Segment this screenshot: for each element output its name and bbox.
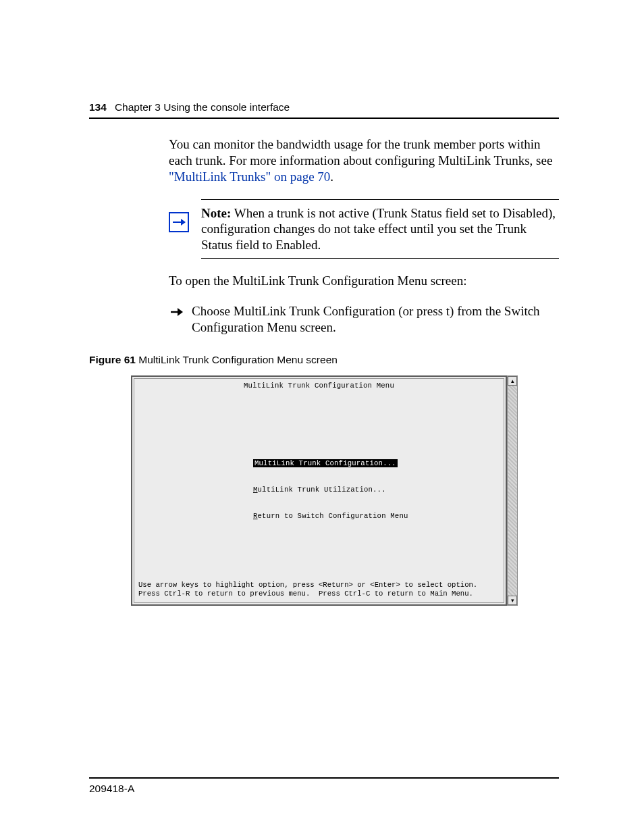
- page: 134 Chapter 3 Using the console interfac…: [0, 0, 644, 834]
- figure-caption: Figure 61 MultiLink Trunk Configuration …: [89, 354, 559, 366]
- menu-item-selected: MultiLink Trunk Configuration...: [253, 459, 500, 468]
- intro-paragraph: You can monitor the bandwidth usage for …: [169, 136, 559, 184]
- terminal-footer: Use arrow keys to highlight option, pres…: [138, 581, 477, 598]
- terminal-title: MultiLink Trunk Configuration Menu: [134, 379, 504, 394]
- step-1-text: Choose MultiLink Trunk Configuration (or…: [192, 303, 559, 336]
- terminal-frame: MultiLink Trunk Configuration Menu Multi…: [131, 375, 507, 606]
- note-body: When a trunk is not active (Trunk Status…: [201, 206, 556, 251]
- terminal-inner: MultiLink Trunk Configuration Menu Multi…: [134, 378, 504, 603]
- scroll-down-button[interactable]: ▾: [508, 596, 517, 605]
- footer-rule: [89, 777, 559, 779]
- chapter-title: Chapter 3 Using the console interface: [115, 101, 290, 113]
- note-label: Note:: [201, 206, 231, 220]
- menu-item-return: Return to Switch Configuration Menu: [253, 512, 500, 521]
- note-text: Note: When a trunk is not active (Trunk …: [201, 205, 559, 253]
- intro-text-2: .: [330, 170, 333, 184]
- figure-title: MultiLink Trunk Configuration Menu scree…: [136, 354, 338, 365]
- arrow-right-icon: [169, 305, 185, 321]
- scroll-up-button[interactable]: ▴: [508, 376, 517, 386]
- figure-label: Figure 61: [89, 354, 136, 365]
- scrollbar[interactable]: ▴ ▾: [507, 375, 518, 606]
- link-multilink-trunks[interactable]: "MultiLink Trunks" on page 70: [169, 170, 330, 184]
- running-header: 134 Chapter 3 Using the console interfac…: [89, 101, 559, 119]
- menu-item-utilization: MultiLink Trunk Utilization...: [253, 486, 500, 494]
- note-block: Note: When a trunk is not active (Trunk …: [169, 199, 559, 259]
- terminal-screenshot: MultiLink Trunk Configuration Menu Multi…: [131, 375, 518, 606]
- svg-marker-1: [181, 219, 186, 226]
- terminal-menu: MultiLink Trunk Configuration... MultiLi…: [249, 438, 504, 542]
- page-number: 134: [89, 101, 107, 113]
- intro-text-1: You can monitor the bandwidth usage for …: [169, 137, 552, 167]
- footer-docid: 209418-A: [89, 783, 134, 795]
- note-rule-bottom: [201, 258, 559, 259]
- lead-in-paragraph: To open the MultiLink Trunk Configuratio…: [169, 273, 559, 288]
- arrow-right-icon: [169, 212, 189, 232]
- step-1: Choose MultiLink Trunk Configuration (or…: [169, 303, 559, 336]
- svg-marker-3: [178, 308, 183, 316]
